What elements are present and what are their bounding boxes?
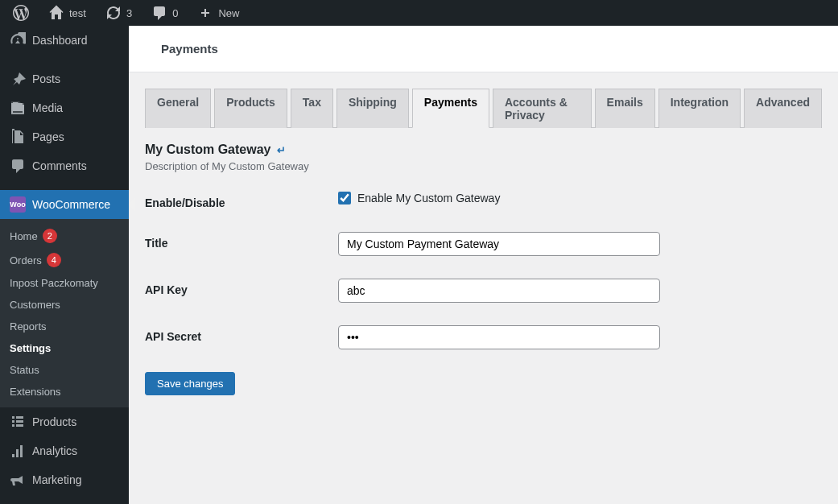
settings-tabs: General Products Tax Shipping Payments A… [145, 89, 822, 128]
page-title: Payments [161, 42, 218, 56]
sidebar-item-products[interactable]: Products [0, 407, 129, 436]
wordpress-icon [13, 5, 29, 21]
comments-link[interactable]: 0 [145, 0, 184, 26]
update-icon [105, 5, 122, 21]
tab-label: Products [226, 96, 275, 109]
sidebar-item-label: Comments [32, 159, 87, 172]
submenu-item-home[interactable]: Home 2 [0, 224, 129, 248]
submenu-item-extensions[interactable]: Extensions [0, 381, 129, 403]
sidebar-item-label: Marketing [32, 473, 81, 486]
field-label-enable: Enable/Disable [145, 192, 338, 209]
submenu-item-status[interactable]: Status [0, 359, 129, 381]
tab-label: Payments [424, 96, 477, 109]
sidebar-item-media[interactable]: Media [0, 93, 129, 122]
submenu-label: Customers [10, 299, 60, 311]
badge-count: 2 [43, 229, 57, 243]
field-label-title: Title [145, 232, 338, 250]
submenu-item-inpost[interactable]: Inpost Paczkomaty [0, 272, 129, 294]
section-description: Description of My Custom Gateway [145, 160, 822, 172]
products-icon [10, 414, 26, 430]
comments-icon [151, 5, 167, 21]
tab-label: General [157, 96, 199, 109]
badge-count: 4 [47, 253, 61, 267]
sidebar-item-label: Posts [32, 72, 60, 85]
tab-label: Accounts & Privacy [505, 96, 568, 122]
comments-count: 0 [172, 7, 178, 19]
sidebar-item-dashboard[interactable]: Dashboard [0, 26, 129, 55]
new-content-link[interactable]: New [191, 0, 246, 26]
submenu-item-orders[interactable]: Orders 4 [0, 248, 129, 272]
tab-products[interactable]: Products [214, 89, 287, 128]
comments-icon [10, 158, 26, 174]
tab-label: Shipping [349, 96, 397, 109]
tab-emails[interactable]: Emails [595, 89, 655, 128]
sidebar-item-comments[interactable]: Comments [0, 151, 129, 180]
submenu-item-settings[interactable]: Settings [0, 337, 129, 359]
site-name-link[interactable]: test [42, 0, 93, 26]
tab-label: Integration [671, 96, 729, 109]
save-button-label: Save changes [157, 378, 223, 390]
submenu-item-customers[interactable]: Customers [0, 294, 129, 316]
submenu-label: Settings [10, 342, 51, 354]
admin-toolbar: test 3 0 New [0, 0, 838, 26]
submenu-label: Extensions [10, 386, 61, 398]
enable-checkbox-label[interactable]: Enable My Custom Gateway [338, 192, 822, 204]
sidebar-item-pages[interactable]: Pages [0, 122, 129, 151]
sidebar-item-label: Analytics [32, 444, 77, 457]
site-name: test [69, 7, 86, 19]
sidebar-item-woocommerce[interactable]: Woo WooCommerce [0, 190, 129, 219]
dashboard-icon [10, 32, 26, 48]
home-icon [48, 5, 64, 21]
tab-general[interactable]: General [145, 89, 211, 128]
megaphone-icon [10, 472, 26, 488]
enable-checkbox[interactable] [338, 192, 351, 204]
checkbox-text: Enable My Custom Gateway [357, 192, 500, 204]
sidebar-item-label: Media [32, 101, 63, 114]
tab-accounts[interactable]: Accounts & Privacy [493, 89, 592, 128]
apisecret-input[interactable] [338, 325, 660, 349]
title-input[interactable] [338, 232, 660, 256]
section-title: My Custom Gateway ↵ [145, 143, 822, 157]
sidebar-item-analytics[interactable]: Analytics [0, 436, 129, 465]
media-icon [10, 100, 26, 116]
sidebar-item-label: Products [32, 415, 76, 428]
field-label-apisecret: API Secret [145, 325, 338, 343]
sidebar-item-label: WooCommerce [32, 198, 110, 211]
wp-logo[interactable] [6, 0, 35, 26]
updates-link[interactable]: 3 [99, 0, 138, 26]
submenu-item-reports[interactable]: Reports [0, 316, 129, 337]
sidebar-item-marketing[interactable]: Marketing [0, 465, 129, 494]
tab-integration[interactable]: Integration [658, 89, 741, 128]
submenu-label: Home [10, 230, 38, 242]
page-header: Payments [129, 26, 838, 72]
submenu-label: Orders [10, 254, 42, 266]
settings-form: Enable/Disable Enable My Custom Gateway … [145, 192, 822, 349]
back-link-icon[interactable]: ↵ [277, 144, 286, 156]
analytics-icon [10, 443, 26, 459]
admin-sidebar: Dashboard Posts Media Pages Comments Woo… [0, 26, 129, 504]
tab-label: Emails [607, 96, 643, 109]
field-label-apikey: API Key [145, 279, 338, 296]
tab-payments[interactable]: Payments [412, 89, 489, 128]
tab-label: Advanced [756, 96, 810, 109]
woocommerce-submenu: Home 2 Orders 4 Inpost Paczkomaty Custom… [0, 219, 129, 407]
new-label: New [218, 7, 239, 19]
submenu-label: Reports [10, 320, 47, 333]
plus-icon [197, 5, 213, 21]
submenu-label: Inpost Paczkomaty [10, 277, 98, 289]
tab-shipping[interactable]: Shipping [336, 89, 409, 128]
section-title-text: My Custom Gateway [145, 143, 270, 157]
updates-count: 3 [126, 7, 132, 19]
woocommerce-icon: Woo [10, 196, 26, 213]
pin-icon [10, 71, 26, 87]
tab-advanced[interactable]: Advanced [744, 89, 822, 128]
save-button[interactable]: Save changes [145, 372, 235, 395]
sidebar-item-label: Pages [32, 130, 64, 143]
apikey-input[interactable] [338, 279, 660, 303]
sidebar-item-posts[interactable]: Posts [0, 64, 129, 93]
tab-tax[interactable]: Tax [291, 89, 333, 128]
submenu-label: Status [10, 364, 39, 376]
pages-icon [10, 129, 26, 145]
main-content: Payments General Products Tax Shipping P… [129, 26, 838, 504]
tab-label: Tax [303, 96, 321, 109]
